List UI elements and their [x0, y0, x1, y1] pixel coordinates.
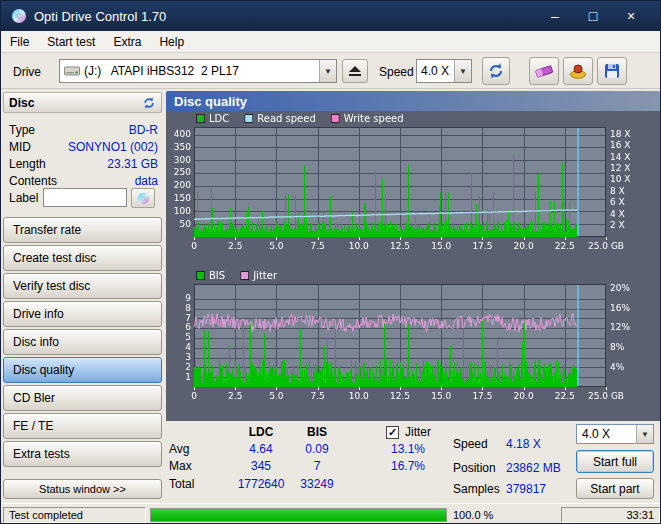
drive-icon — [64, 66, 80, 76]
hand-coin-icon — [569, 63, 587, 79]
samples-label: Samples — [453, 482, 500, 496]
menu-start-test[interactable]: Start test — [38, 31, 104, 52]
disc-panel-title: Disc — [9, 96, 34, 110]
ldc-read-speed-chart — [166, 111, 660, 269]
start-full-button[interactable]: Start full — [576, 450, 654, 473]
drive-label: Drive — [13, 65, 41, 79]
jitter-checkbox-label: Jitter — [405, 425, 431, 439]
app-cd-icon — [11, 8, 27, 24]
menu-bar: File Start test Extra Help — [1, 31, 660, 53]
status-bar: Test completed 100.0 % 33:31 — [1, 503, 660, 524]
disc-info-row: Contents data — [9, 174, 158, 188]
speed-result-value: 4.18 X — [506, 437, 541, 451]
max-row-label: Max — [169, 459, 192, 473]
speed-select[interactable]: 4.0 X ▼ — [416, 59, 472, 83]
disc-panel-header: Disc — [3, 92, 162, 113]
speed-select-value: 4.0 X — [417, 64, 454, 78]
sidebar-item-disc-quality[interactable]: Disc quality — [3, 357, 162, 383]
disc-type-label: Type — [9, 123, 35, 137]
elapsed-time: 33:31 — [561, 507, 660, 523]
jitter-avg-value: 13.1% — [382, 442, 434, 456]
status-window-button[interactable]: Status window >> — [3, 479, 162, 499]
disc-length-value: 23.31 GB — [107, 157, 158, 171]
avg-row-label: Avg — [169, 442, 189, 456]
avg-ldc-value: 4.64 — [224, 442, 298, 456]
toolbar: Drive (J:) ATAPI iHBS312 2 PL17 ▼ Speed … — [1, 53, 660, 89]
disc-type-value: BD-R — [129, 123, 158, 137]
drive-select[interactable]: (J:) ATAPI iHBS312 2 PL17 ▼ — [59, 59, 337, 83]
charts-area — [166, 111, 660, 421]
eject-button[interactable] — [342, 59, 368, 83]
sidebar-item-extra-tests[interactable]: Extra tests — [3, 441, 162, 467]
test-speed-select[interactable]: 4.0 X ▼ — [576, 424, 654, 444]
minimize-button[interactable]: – — [536, 1, 574, 31]
close-button[interactable]: × — [612, 1, 650, 31]
max-ldc-value: 345 — [224, 459, 298, 473]
speed-result-label: Speed — [453, 437, 488, 451]
disc-info-row: MID SONYNO1 (002) — [9, 140, 158, 154]
sidebar-item-verify-test-disc[interactable]: Verify test disc — [3, 273, 162, 299]
sidebar-item-cd-bler[interactable]: CD Bler — [3, 385, 162, 411]
test-speed-value: 4.0 X — [577, 427, 636, 441]
bis-column-header: BIS — [295, 425, 339, 439]
menu-file[interactable]: File — [1, 31, 38, 52]
ldc-column-header: LDC — [239, 425, 283, 439]
results-area: LDC BIS Avg 4.64 0.09 Max 345 7 Total 17… — [164, 421, 661, 503]
menu-extra[interactable]: Extra — [104, 31, 150, 52]
progress-bar — [150, 508, 447, 522]
jitter-checkbox[interactable]: ✓ — [386, 426, 399, 439]
window-title: Opti Drive Control 1.70 — [34, 9, 166, 24]
sidebar-item-fe-te[interactable]: FE / TE — [3, 413, 162, 439]
total-ldc-value: 1772640 — [224, 477, 298, 491]
disc-contents-label: Contents — [9, 174, 57, 188]
total-row-label: Total — [169, 477, 194, 491]
refresh-button[interactable] — [482, 57, 510, 85]
erase-disc-button[interactable] — [529, 57, 559, 85]
window-controls: – □ × — [536, 1, 650, 31]
sidebar-item-disc-info[interactable]: Disc info — [3, 329, 162, 355]
disc-sidebar: Disc Type BD-R MID SONYNO1 (002) Length … — [1, 89, 164, 503]
chevron-down-icon[interactable]: ▼ — [319, 60, 336, 82]
eject-icon — [348, 65, 362, 77]
disc-mid-value: SONYNO1 (002) — [68, 140, 158, 154]
read-label-button[interactable] — [131, 188, 155, 208]
disc-info-row: Type BD-R — [9, 123, 158, 137]
save-button[interactable] — [597, 57, 627, 85]
maximize-button[interactable]: □ — [574, 1, 612, 31]
max-bis-value: 7 — [295, 459, 339, 473]
disc-label-label: Label — [9, 191, 38, 205]
progress-bar-fill — [151, 509, 446, 521]
eraser-icon — [534, 63, 554, 79]
sidebar-item-create-test-disc[interactable]: Create test disc — [3, 245, 162, 271]
progress-percent: 100.0 % — [453, 509, 493, 521]
samples-value: 379817 — [506, 482, 546, 496]
sidebar-item-drive-info[interactable]: Drive info — [3, 301, 162, 327]
position-label: Position — [453, 461, 496, 475]
disc-contents-value[interactable]: data — [135, 174, 158, 188]
panel-title: Disc quality — [166, 91, 660, 111]
floppy-icon — [604, 63, 620, 79]
menu-help[interactable]: Help — [150, 31, 193, 52]
bis-jitter-chart — [166, 269, 660, 421]
title-bar[interactable]: Opti Drive Control 1.70 – □ × — [1, 1, 660, 31]
sidebar-item-transfer-rate[interactable]: Transfer rate — [3, 217, 162, 243]
avg-bis-value: 0.09 — [295, 442, 339, 456]
drive-select-value: (J:) ATAPI iHBS312 2 PL17 — [80, 64, 319, 78]
refresh-icon — [487, 62, 505, 80]
status-message: Test completed — [3, 507, 146, 523]
disc-mid-label: MID — [9, 140, 31, 154]
speed-label: Speed — [379, 65, 414, 79]
chevron-down-icon[interactable]: ▼ — [636, 425, 653, 443]
donate-button[interactable] — [563, 57, 593, 85]
disc-length-label: Length — [9, 157, 46, 171]
jitter-max-value: 16.7% — [382, 459, 434, 473]
cd-small-icon — [137, 192, 150, 205]
disc-info-row: Length 23.31 GB — [9, 157, 158, 171]
app-window: Opti Drive Control 1.70 – □ × File Start… — [0, 0, 661, 524]
position-value: 23862 MB — [506, 461, 561, 475]
total-bis-value: 33249 — [295, 477, 339, 491]
chevron-down-icon[interactable]: ▼ — [454, 60, 471, 82]
start-part-button[interactable]: Start part — [576, 478, 654, 499]
refresh-disc-icon[interactable] — [142, 96, 156, 110]
disc-label-input[interactable] — [43, 188, 127, 207]
